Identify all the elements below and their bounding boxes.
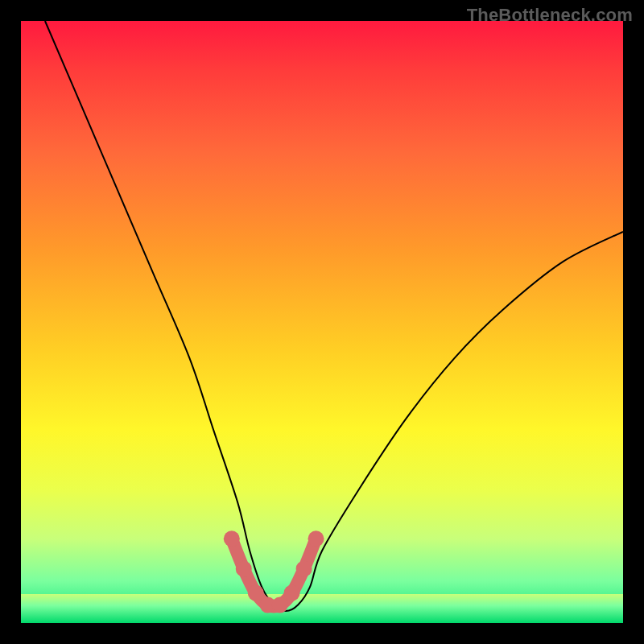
highlight-dot bbox=[296, 561, 312, 577]
highlight-dot bbox=[284, 585, 300, 601]
highlight-dots-group bbox=[224, 530, 324, 613]
highlight-dot bbox=[308, 530, 324, 547]
chart-container: TheBottleneck.com bbox=[0, 0, 644, 644]
highlight-dot bbox=[248, 585, 264, 601]
watermark-text: TheBottleneck.com bbox=[467, 5, 633, 26]
bottleneck-curve bbox=[45, 21, 623, 611]
highlight-dot bbox=[272, 597, 288, 613]
highlight-dot bbox=[236, 561, 252, 577]
plot-area bbox=[21, 21, 623, 623]
chart-svg bbox=[21, 21, 623, 623]
highlight-dot bbox=[224, 530, 240, 547]
